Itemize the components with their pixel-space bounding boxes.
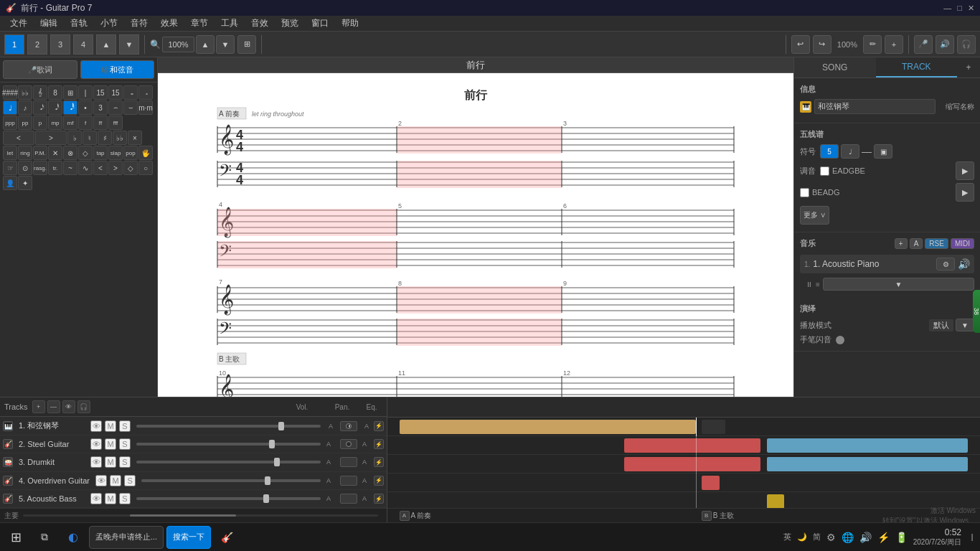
midi-btn[interactable]: MIDI bbox=[951, 238, 974, 249]
tracks-scrollbar[interactable] bbox=[23, 514, 378, 517]
decresc-btn[interactable]: > bbox=[35, 131, 67, 145]
trill-btn[interactable]: tr. bbox=[48, 161, 62, 175]
fff-btn[interactable]: fff bbox=[108, 116, 123, 130]
track-3-eq[interactable]: ⚡ bbox=[374, 457, 384, 467]
slur-btn[interactable]: ⌣ bbox=[123, 100, 138, 115]
note-whole[interactable]: 𝅝 bbox=[123, 85, 138, 100]
guitar-pro-btn[interactable]: 🎸 bbox=[214, 526, 240, 549]
track-2-fader-thumb[interactable] bbox=[269, 440, 275, 448]
track-1-pan[interactable] bbox=[340, 421, 357, 431]
track-tab-1[interactable]: 1 bbox=[4, 34, 24, 55]
pop-btn[interactable]: pop bbox=[123, 146, 138, 160]
plus-btn[interactable]: + bbox=[885, 35, 903, 54]
zoom-control[interactable]: 🔍 100% ▲ ▼ bbox=[150, 35, 235, 54]
notation-btn[interactable]: 15 bbox=[108, 85, 123, 100]
input-mode-icon[interactable]: 简 bbox=[813, 532, 821, 542]
track-3-solo-btn[interactable]: S bbox=[119, 456, 131, 468]
edge-btn[interactable]: ◐ bbox=[60, 526, 86, 549]
settings-icon[interactable]: ⚙ bbox=[826, 532, 836, 543]
timeline-block-5-yellow[interactable] bbox=[767, 494, 785, 508]
note-32nd[interactable]: 𝅘𝅥𝅰 bbox=[48, 100, 62, 115]
track-2-solo-btn[interactable]: S bbox=[119, 438, 131, 450]
tuning-expand-btn[interactable]: ▶ bbox=[956, 161, 974, 180]
tracks-eye-btn[interactable]: 👁 bbox=[62, 400, 75, 413]
chord-btn[interactable]: 🎼 和弦音 bbox=[80, 60, 155, 79]
clef-square-btn[interactable]: ▣ bbox=[874, 144, 892, 159]
track-5-pan[interactable] bbox=[340, 494, 357, 504]
track-5-solo-btn[interactable]: S bbox=[119, 493, 131, 504]
arrow-right-btn[interactable]: > bbox=[108, 161, 123, 175]
dot-btn[interactable]: • bbox=[78, 100, 93, 115]
notation-btn[interactable]: | bbox=[78, 85, 93, 100]
track-tab-4[interactable]: 4 bbox=[73, 34, 93, 55]
x-btn[interactable]: ✕ bbox=[48, 146, 62, 160]
menu-tools[interactable]: 工具 bbox=[215, 16, 244, 31]
redo-btn[interactable]: ↪ bbox=[813, 35, 831, 54]
harm-btn[interactable]: ◇ bbox=[78, 146, 93, 160]
timeline-block-3-red[interactable] bbox=[624, 457, 760, 471]
track-tab-down[interactable]: ▼ bbox=[119, 34, 139, 55]
track-4-visible-btn[interactable]: 👁 bbox=[95, 475, 107, 486]
mic-btn[interactable]: 🎤 bbox=[914, 35, 933, 54]
track-3-fader-thumb[interactable] bbox=[274, 458, 280, 466]
timeline-block-4-red[interactable] bbox=[702, 476, 720, 490]
notation-btn[interactable]: 15 bbox=[93, 85, 108, 100]
volume-sys-icon[interactable]: 🔊 bbox=[859, 532, 872, 543]
ff-btn[interactable]: ff bbox=[93, 116, 108, 130]
track-tab-3[interactable]: 3 bbox=[50, 34, 70, 55]
tuning2-expand-btn[interactable]: ▶ bbox=[956, 183, 974, 202]
tracks-scroll-thumb[interactable] bbox=[130, 514, 237, 517]
zoom-up-btn[interactable]: ▲ bbox=[196, 35, 215, 54]
timeline-block-1-dark[interactable] bbox=[702, 420, 725, 434]
speaker-btn[interactable]: 🔊 bbox=[936, 35, 954, 54]
task-view-btn[interactable]: ⧉ bbox=[32, 526, 57, 549]
track-4-fader-thumb[interactable] bbox=[265, 476, 270, 485]
f-btn[interactable]: f bbox=[78, 116, 93, 130]
track-5-eq[interactable]: ⚡ bbox=[374, 494, 384, 504]
tie-btn[interactable]: ⌢ bbox=[108, 100, 123, 115]
note-64th[interactable]: 𝅘𝅥𝅱 bbox=[63, 100, 77, 115]
rse-btn[interactable]: RSE bbox=[925, 238, 948, 249]
track-4-mute-btn[interactable]: M bbox=[110, 475, 121, 486]
star-btn[interactable]: ✦ bbox=[18, 176, 32, 190]
tap-btn[interactable]: tap bbox=[93, 146, 108, 160]
track-5-fader-thumb[interactable] bbox=[263, 494, 269, 503]
tuning-check[interactable] bbox=[820, 166, 829, 176]
menu-effect[interactable]: 效果 bbox=[155, 16, 184, 31]
xnote-btn[interactable]: ⊗ bbox=[63, 146, 77, 160]
tab-song[interactable]: SONG bbox=[794, 57, 876, 77]
mp-btn[interactable]: mp bbox=[48, 116, 62, 130]
tuning-check2[interactable] bbox=[800, 188, 809, 197]
note-quarter[interactable]: ♩ bbox=[3, 100, 17, 115]
instrument-dropdown-btn[interactable]: ▼ bbox=[823, 278, 974, 291]
tracks-collapse-btn[interactable]: — bbox=[47, 400, 60, 413]
track-1-fader[interactable] bbox=[136, 425, 321, 428]
menu-sound[interactable]: 音效 bbox=[245, 16, 274, 31]
note-eighth[interactable]: ♪ bbox=[18, 100, 32, 115]
track-4-eq[interactable]: ⚡ bbox=[374, 476, 384, 486]
track-3-visible-btn[interactable]: 👁 bbox=[90, 456, 102, 468]
undo-btn[interactable]: ↩ bbox=[791, 35, 810, 54]
menu-window[interactable]: 窗口 bbox=[306, 16, 334, 31]
mf-btn[interactable]: mf bbox=[63, 116, 77, 130]
staccato-btn[interactable]: m·m bbox=[138, 100, 153, 115]
window-controls[interactable]: — □ ✕ bbox=[943, 4, 974, 13]
vibrato-btn[interactable]: ~ bbox=[63, 161, 77, 175]
menu-preview[interactable]: 预览 bbox=[275, 16, 304, 31]
tracks-add-btn[interactable]: + bbox=[32, 400, 45, 413]
more-btn[interactable]: 更多 ∨ bbox=[800, 206, 829, 225]
instrument-settings-btn[interactable]: ⚙ bbox=[936, 258, 955, 270]
cresc-btn[interactable]: < bbox=[3, 131, 34, 145]
track-4-fader[interactable] bbox=[141, 479, 321, 482]
finger-btn[interactable]: ☞ bbox=[3, 161, 17, 175]
notation-btn[interactable]: #### bbox=[3, 85, 17, 100]
whammy-btn[interactable]: ∿ bbox=[78, 161, 93, 175]
pm-btn[interactable]: P.M. bbox=[33, 146, 47, 160]
track-3-mute-btn[interactable]: M bbox=[105, 456, 116, 468]
menu-note[interactable]: 音符 bbox=[125, 16, 154, 31]
slap-btn[interactable]: slap bbox=[108, 146, 123, 160]
headphone-btn[interactable]: 🎧 bbox=[957, 35, 976, 54]
pp-btn[interactable]: pp bbox=[18, 116, 32, 130]
network-icon[interactable]: 🌐 bbox=[842, 532, 854, 543]
track-1-solo-btn[interactable]: S bbox=[119, 420, 131, 432]
